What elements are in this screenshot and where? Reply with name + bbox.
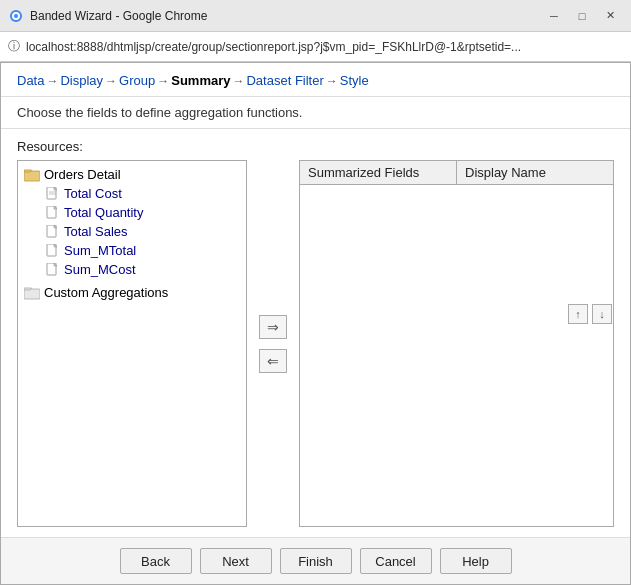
tree-folder-custom[interactable]: Custom Aggregations bbox=[18, 283, 246, 302]
tree-folder-orders[interactable]: Orders Detail bbox=[18, 165, 246, 184]
transfer-buttons: ⇒ ⇐ bbox=[255, 160, 291, 527]
tree-panel: Orders Detail Total Cost bbox=[17, 160, 247, 527]
breadcrumb-display[interactable]: Display bbox=[60, 73, 103, 88]
content-area: Resources: ↑ ↓ Orders Detail bbox=[1, 129, 630, 537]
resources-label: Resources: bbox=[17, 139, 614, 154]
breadcrumb-group[interactable]: Group bbox=[119, 73, 155, 88]
folder-icon-custom bbox=[24, 286, 40, 300]
finish-button[interactable]: Finish bbox=[280, 548, 352, 574]
tree-item-total-cost[interactable]: Total Cost bbox=[18, 184, 246, 203]
right-panel: Summarized Fields Display Name bbox=[299, 160, 614, 527]
item-label-sum-mtotal: Sum_MTotal bbox=[64, 243, 136, 258]
doc-icon-total-sales bbox=[46, 225, 60, 239]
tree-item-total-sales[interactable]: Total Sales bbox=[18, 222, 246, 241]
maximize-button[interactable]: □ bbox=[569, 6, 595, 26]
doc-icon-total-cost bbox=[46, 187, 60, 201]
svg-point-2 bbox=[14, 14, 18, 18]
folder-label-orders: Orders Detail bbox=[44, 167, 121, 182]
instruction-text: Choose the fields to define aggregation … bbox=[1, 97, 630, 129]
breadcrumb-dataset-filter[interactable]: Dataset Filter bbox=[246, 73, 323, 88]
help-button[interactable]: Help bbox=[440, 548, 512, 574]
app-icon bbox=[8, 8, 24, 24]
svg-rect-11 bbox=[24, 289, 40, 299]
close-button[interactable]: ✕ bbox=[597, 6, 623, 26]
title-bar: Banded Wizard - Google Chrome ─ □ ✕ bbox=[0, 0, 631, 32]
col-summarized-fields: Summarized Fields bbox=[300, 161, 457, 184]
folder-icon-orders bbox=[24, 168, 40, 182]
col-display-name: Display Name bbox=[457, 161, 613, 184]
window-title: Banded Wizard - Google Chrome bbox=[30, 9, 541, 23]
item-label-total-quantity: Total Quantity bbox=[64, 205, 144, 220]
breadcrumb-summary: Summary bbox=[171, 73, 230, 88]
content-wrapper: Resources: ↑ ↓ Orders Detail bbox=[1, 129, 630, 537]
info-icon: ⓘ bbox=[8, 38, 20, 55]
next-button[interactable]: Next bbox=[200, 548, 272, 574]
address-bar: ⓘ localhost:8888/dhtmljsp/create/group/s… bbox=[0, 32, 631, 62]
sort-up-button[interactable]: ↑ bbox=[568, 304, 588, 324]
cancel-button[interactable]: Cancel bbox=[360, 548, 432, 574]
svg-rect-3 bbox=[24, 171, 40, 181]
table-body bbox=[300, 185, 613, 526]
dialog: Data → Display → Group → Summary → Datas… bbox=[0, 62, 631, 585]
back-button[interactable]: Back bbox=[120, 548, 192, 574]
item-label-total-cost: Total Cost bbox=[64, 186, 122, 201]
footer: Back Next Finish Cancel Help bbox=[1, 537, 630, 584]
doc-icon-sum-mcost bbox=[46, 263, 60, 277]
minimize-button[interactable]: ─ bbox=[541, 6, 567, 26]
breadcrumb-style[interactable]: Style bbox=[340, 73, 369, 88]
doc-icon-sum-mtotal bbox=[46, 244, 60, 258]
item-label-total-sales: Total Sales bbox=[64, 224, 128, 239]
table-header: Summarized Fields Display Name bbox=[300, 161, 613, 185]
folder-label-custom: Custom Aggregations bbox=[44, 285, 168, 300]
sort-arrows: ↑ ↓ bbox=[568, 304, 612, 324]
tree-item-sum-mcost[interactable]: Sum_MCost bbox=[18, 260, 246, 279]
breadcrumb-data[interactable]: Data bbox=[17, 73, 44, 88]
move-left-button[interactable]: ⇐ bbox=[259, 349, 287, 373]
move-right-button[interactable]: ⇒ bbox=[259, 315, 287, 339]
doc-icon-total-quantity bbox=[46, 206, 60, 220]
url-text: localhost:8888/dhtmljsp/create/group/sec… bbox=[26, 40, 623, 54]
tree-item-total-quantity[interactable]: Total Quantity bbox=[18, 203, 246, 222]
item-label-sum-mcost: Sum_MCost bbox=[64, 262, 136, 277]
sort-down-button[interactable]: ↓ bbox=[592, 304, 612, 324]
breadcrumb: Data → Display → Group → Summary → Datas… bbox=[1, 63, 630, 97]
tree-item-sum-mtotal[interactable]: Sum_MTotal bbox=[18, 241, 246, 260]
panels: Orders Detail Total Cost bbox=[17, 160, 614, 527]
window-controls: ─ □ ✕ bbox=[541, 6, 623, 26]
